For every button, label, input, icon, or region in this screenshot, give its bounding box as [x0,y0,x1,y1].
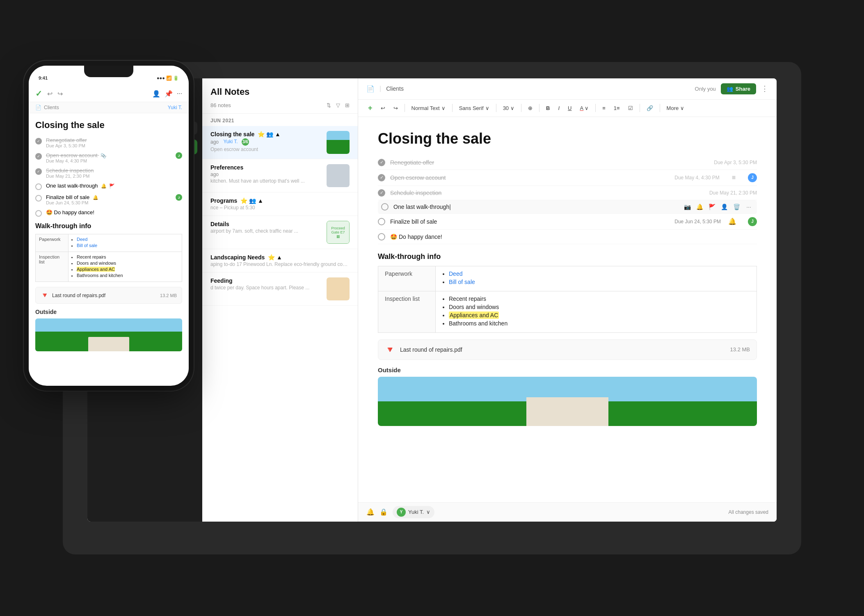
add-button[interactable]: + [365,102,376,114]
note-item-details[interactable]: Details airport by 7am. soft, check traf… [202,216,358,249]
task-check-done-icon[interactable]: ✓ [378,174,385,181]
note-content: Feeding d twice per day. Space hours apa… [210,277,322,300]
task-check-done-icon[interactable]: ✓ [378,159,385,166]
pdf-icon: 🔻 [385,345,395,355]
task-check-done-icon[interactable]: ✓ [378,189,385,197]
numbered-list-button[interactable]: 1≡ [610,103,623,113]
task-check-open[interactable] [35,183,42,190]
font-size-dropdown[interactable]: 30 ∨ [500,103,518,113]
color-button[interactable]: A ∨ [577,103,592,113]
bill-of-sale-link[interactable]: Bill of sale [77,243,97,248]
bell-footer-icon[interactable]: 🔔 [366,508,375,516]
share-button[interactable]: 👥 Share [721,83,756,94]
task-meta: Due Jun 24, 5:30 PM [46,200,171,205]
note-item-programs[interactable]: Programs ⭐ 👥 ▲ nce – Pickup at 5:30 [202,192,358,216]
notes-list-icons: ⇅ ▽ ⊞ [327,102,350,108]
task-title: 🤩 Do happy dance! [46,209,182,215]
person-icon[interactable]: 👤 [719,202,729,212]
phone-task: ✓ Renegotiate offer Due Apr 3, 5:30 PM [35,137,182,148]
note-preview: aping to-do 17 Pinewood Ln. Replace eco-… [210,261,350,267]
sep [452,104,453,112]
table-row: Inspection list Recent repairs Doors and… [36,252,182,282]
task-check-done[interactable]: ✓ [35,138,42,144]
task-check-open[interactable] [35,195,42,202]
note-thumb [327,131,350,154]
more-dropdown[interactable]: More ∨ [663,103,688,113]
redo-icon[interactable]: ↪ [57,90,63,98]
user-pill-label: Yuki T. [408,509,424,515]
attachment-row[interactable]: 🔻 Last round of repairs.pdf 13.2 MB [378,339,757,360]
house-shape [88,337,129,351]
user-pill[interactable]: Y Yuki T. ∨ [393,506,434,518]
link-button[interactable]: 🔗 [643,103,656,113]
note-item-preferences[interactable]: Preferences ago kitchen. Must have an ut… [202,159,358,192]
phone-task: One last walk-through 🔔 🚩 [35,183,182,190]
doc-title: Clients [386,85,404,92]
sort-icon[interactable]: ▽ [336,102,340,108]
underline-button[interactable]: U [565,103,575,113]
bullet-list-button[interactable]: ≡ [599,103,609,113]
check-icon[interactable]: ✓ [35,89,42,98]
task-text-done: Schedule inspection [390,190,704,196]
pdf-icon: 🔻 [41,291,49,299]
deed-link[interactable]: Deed [77,237,87,242]
lock-footer-icon[interactable]: 🔒 [379,508,388,516]
bell-icon[interactable]: 🔔 [695,202,704,212]
task-row: ✓ Renegotiate offer Due Apr 3, 5:30 PM [378,156,757,170]
task-check-open[interactable] [378,233,385,240]
chevron-icon: ∨ [441,105,446,111]
more-options-icon[interactable]: ⋮ [761,84,768,93]
undo-button[interactable]: ↩ [377,103,389,113]
task-row-editing[interactable]: One last walk-through 📷 🔔 🚩 👤 🗑️ ··· [378,200,757,214]
phone-content: Closing the sale ✓ Renegotiate offer Due… [29,113,189,376]
phone-attachment[interactable]: 🔻 Last round of repairs.pdf 13.2 MB [35,287,182,304]
attachment-size: 13.2 MB [160,293,177,298]
redo-button[interactable]: ↪ [390,103,401,113]
flag-icon[interactable]: 🚩 [707,202,717,212]
assignee-avatar: J [176,152,182,159]
list-item: Recent repairs [77,254,178,259]
list-item: Appliances and AC [449,312,750,318]
more-icon[interactable]: ··· [177,90,182,98]
phone-doc-name: Clients [44,105,59,110]
pin-icon[interactable]: 📌 [165,90,173,98]
sep [640,104,640,112]
sep [405,104,405,112]
deed-link[interactable]: Deed [449,270,462,277]
text-style-dropdown[interactable]: Normal Text ∨ [408,103,449,113]
undo-icon[interactable]: ↩ [47,90,53,98]
bold-button[interactable]: B [543,103,553,113]
task-text: Finalize bill of sale [390,218,670,225]
table-label: Paperwork [378,266,436,291]
chevron-icon: ∨ [680,105,684,111]
note-item-feeding[interactable]: Feeding d twice per day. Space hours apa… [202,273,358,306]
italic-button[interactable]: I [555,103,563,113]
more-icon[interactable]: ··· [744,202,754,212]
task-text-done: Open escrow account [390,174,670,181]
trash-icon[interactable]: 🗑️ [731,202,741,212]
info-table: Paperwork Deed Bill of sale Inspection l… [378,266,757,333]
person-icon[interactable]: 👤 [152,90,160,98]
phone-toolbar-right: 👤 📌 ··· [152,90,182,98]
task-action-icons: 📷 🔔 🚩 👤 🗑️ ··· [682,202,754,212]
font-dropdown[interactable]: Sans Serif ∨ [456,103,493,113]
insert-button[interactable]: ⊕ [525,103,536,113]
bill-of-sale-link[interactable]: Bill of sale [449,279,475,285]
phone-frame: 9:41 ●●● 📶 🔋 ✓ ↩ ↪ 👤 📌 ··· 📄 Clients Yuk… [29,66,189,386]
note-item-closing-sale[interactable]: Closing the sale ⭐ 👥 ▲ ago Yuki T. 3/6 O… [202,126,358,159]
task-check-open[interactable] [35,210,42,217]
task-check-done[interactable]: ✓ [35,168,42,175]
chevron-icon: ∨ [585,105,589,111]
task-check-open[interactable] [381,203,389,211]
note-title: Programs ⭐ 👥 ▲ [210,197,350,204]
camera-icon[interactable]: 📷 [682,202,692,212]
grid-icon[interactable]: ⊞ [345,102,350,108]
task-check-done[interactable]: ✓ [35,153,42,160]
task-check-open[interactable] [378,218,385,225]
task-due: Due Apr 3, 5:30 PM [714,160,757,165]
filter-icon[interactable]: ⇅ [327,102,331,108]
outside-section-title: Outside [378,366,757,373]
note-item-landscaping[interactable]: Landscaping Needs ⭐ ▲ aping to-do 17 Pin… [202,249,358,273]
checklist-button[interactable]: ☑ [625,103,636,113]
chevron-down-icon: ∨ [426,509,430,515]
